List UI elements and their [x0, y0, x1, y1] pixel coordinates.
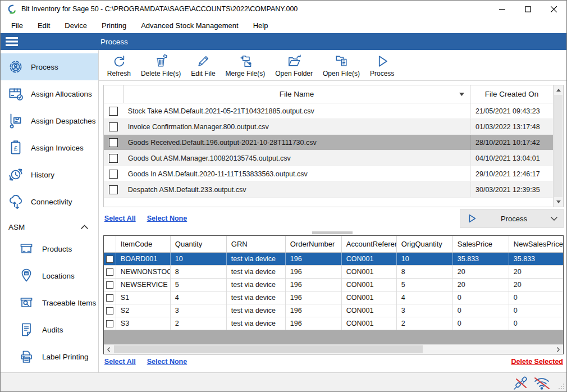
- menu-advanced-stock-management[interactable]: Advanced Stock Management: [134, 19, 245, 33]
- column-header-salesprice[interactable]: SalesPrice: [453, 236, 509, 252]
- toolbar-button-label: Process: [370, 70, 394, 78]
- column-header-ordernumber[interactable]: OrderNumber: [286, 236, 342, 252]
- menu-help[interactable]: Help: [246, 19, 276, 33]
- open-folder-button[interactable]: Open Folder: [271, 51, 317, 80]
- select-none-items-link[interactable]: Select None: [147, 358, 188, 366]
- table-row[interactable]: S1 4 test via device 196 CON001 4 0 0: [104, 291, 563, 304]
- edit-pencil-icon: [195, 53, 212, 69]
- column-header-newsalesprice[interactable]: NewSalesPrice: [509, 236, 563, 252]
- panel-splitter[interactable]: [99, 230, 566, 235]
- table-row[interactable]: Despatch ASM.Default.233.output.csv 30/0…: [104, 182, 553, 198]
- table-row[interactable]: Stock Take ASM.Default.2021-05-21T104321…: [104, 103, 553, 119]
- column-header-accountreference[interactable]: AccountReference: [342, 236, 397, 252]
- sidebar-group-asm[interactable]: ASM: [1, 218, 98, 235]
- chevron-down-icon[interactable]: [551, 217, 557, 221]
- cell-quantity: 5: [171, 279, 227, 291]
- menu-edit[interactable]: Edit: [30, 19, 57, 33]
- process-button-toolbar[interactable]: Process: [366, 51, 398, 80]
- edit-file-button[interactable]: Edit File: [187, 51, 219, 80]
- row-checkbox[interactable]: [109, 122, 118, 131]
- sidebar-item-products[interactable]: Products: [1, 235, 98, 262]
- sidebar-item-assign-invoices[interactable]: £ Assign Invoices: [1, 134, 98, 161]
- select-all-files-link[interactable]: Select All: [104, 215, 136, 222]
- open-files-button[interactable]: Open File(s): [319, 51, 364, 80]
- row-checkbox[interactable]: [109, 170, 118, 179]
- horizontal-scrollbar[interactable]: [104, 344, 563, 354]
- row-checkbox[interactable]: [106, 256, 113, 263]
- file-name-cell: Goods Out ASM.Manager.100820135745.outpu…: [124, 154, 470, 162]
- file-name-column-header[interactable]: File Name: [124, 85, 470, 103]
- cell-accountreference: CON001: [342, 304, 397, 317]
- resize-grip[interactable]: [558, 383, 565, 390]
- sidebar-item-process[interactable]: Process: [1, 53, 98, 80]
- table-row-selected[interactable]: Goods Received.Default.196.output-2021-1…: [104, 135, 553, 151]
- sidebar-item-assign-despatches[interactable]: Assign Despatches: [1, 107, 98, 134]
- table-row[interactable]: NEWNONSTOCK 8 test via device 196 CON001…: [104, 266, 563, 279]
- chevron-up-icon[interactable]: [81, 225, 88, 229]
- scroll-up-icon[interactable]: [554, 85, 563, 95]
- toolbar-button-label: Refresh: [107, 70, 131, 78]
- minimize-button[interactable]: [489, 1, 515, 17]
- menu-printing[interactable]: Printing: [94, 19, 134, 33]
- row-checkbox[interactable]: [109, 154, 118, 163]
- refresh-button[interactable]: Refresh: [103, 51, 135, 80]
- table-row[interactable]: Goods Out ASM.Manager.100820135745.outpu…: [104, 151, 553, 166]
- select-all-items-link[interactable]: Select All: [104, 358, 136, 366]
- file-created-cell: 29/10/2021 12:46:17: [470, 166, 553, 181]
- vertical-scrollbar[interactable]: [553, 85, 563, 207]
- cell-itemcode: BOARD001: [116, 253, 171, 265]
- row-checkbox[interactable]: [106, 307, 113, 314]
- scroll-left-icon[interactable]: [104, 345, 113, 354]
- table-row[interactable]: NEWSERVICE 5 test via device 196 CON001 …: [104, 279, 563, 291]
- process-split-button[interactable]: Process: [460, 209, 564, 228]
- column-header-itemcode[interactable]: ItemCode: [116, 236, 171, 252]
- scroll-right-icon[interactable]: [554, 345, 563, 354]
- delete-files-button[interactable]: Delete File(s): [137, 51, 185, 80]
- item-actions-bar: Select All Select None Delete Selected: [99, 354, 566, 372]
- toolbar-button-label: Merge File(s): [226, 70, 266, 78]
- row-checkbox[interactable]: [106, 268, 113, 276]
- file-header-checkbox-column: [104, 85, 124, 103]
- scrollbar-thumb[interactable]: [114, 345, 423, 353]
- sidebar-item-history[interactable]: History: [1, 161, 98, 188]
- cell-accountreference: CON001: [342, 291, 397, 304]
- select-none-files-link[interactable]: Select None: [147, 215, 188, 222]
- close-button[interactable]: [541, 1, 566, 17]
- cell-quantity: 8: [171, 266, 227, 278]
- cell-ordernumber: 196: [286, 266, 342, 278]
- sidebar-item-audits[interactable]: Audits: [1, 316, 98, 343]
- sidebar-item-label: History: [31, 171, 54, 179]
- table-row[interactable]: S2 3 test via device 196 CON001 3 0 0: [104, 304, 563, 317]
- sidebar-item-locations[interactable]: Locations: [1, 262, 98, 289]
- scroll-down-icon[interactable]: [554, 197, 563, 207]
- table-row[interactable]: Invoice Confirmation.Manager.800.output.…: [104, 119, 553, 135]
- process-gear-icon: [6, 57, 25, 76]
- sidebar-item-label-printing[interactable]: Label Printing: [1, 343, 98, 370]
- row-checkbox[interactable]: [109, 107, 118, 116]
- sidebar-item-traceable-items[interactable]: Traceable Items: [1, 289, 98, 316]
- row-checkbox[interactable]: [106, 294, 113, 302]
- splitter-grip[interactable]: [312, 231, 353, 234]
- table-row-selected[interactable]: BOARD001 10 test via device 196 CON001 1…: [104, 253, 563, 266]
- merge-files-button[interactable]: Merge File(s): [222, 51, 269, 80]
- table-row[interactable]: S3 2 test via device 196 CON001 2 0 0: [104, 317, 563, 330]
- delete-selected-link[interactable]: Delete Selected: [511, 358, 563, 366]
- file-created-column-header[interactable]: File Created On: [470, 85, 553, 103]
- scrollbar-thumb[interactable]: [554, 95, 563, 197]
- column-header-quantity[interactable]: Quantity: [171, 236, 227, 252]
- maximize-button[interactable]: [515, 1, 541, 17]
- row-checkbox[interactable]: [109, 185, 118, 194]
- sidebar-item-connectivity[interactable]: Connectivity: [1, 188, 98, 215]
- row-checkbox[interactable]: [106, 320, 113, 327]
- row-checkbox[interactable]: [109, 138, 118, 147]
- column-header-grn[interactable]: GRN: [227, 236, 286, 252]
- hamburger-menu-icon[interactable]: [1, 33, 23, 50]
- row-checkbox[interactable]: [106, 281, 113, 289]
- column-header-origquantity[interactable]: OrigQuantity: [397, 236, 453, 252]
- cell-grn: test via device: [227, 317, 286, 330]
- menu-file[interactable]: File: [4, 19, 30, 33]
- menu-device[interactable]: Device: [57, 19, 94, 33]
- table-row[interactable]: Goods In ASM.Default.2020-11-11T15383356…: [104, 166, 553, 182]
- sidebar-item-assign-allocations[interactable]: Assign Allocations: [1, 80, 98, 107]
- cell-quantity: 4: [171, 291, 227, 304]
